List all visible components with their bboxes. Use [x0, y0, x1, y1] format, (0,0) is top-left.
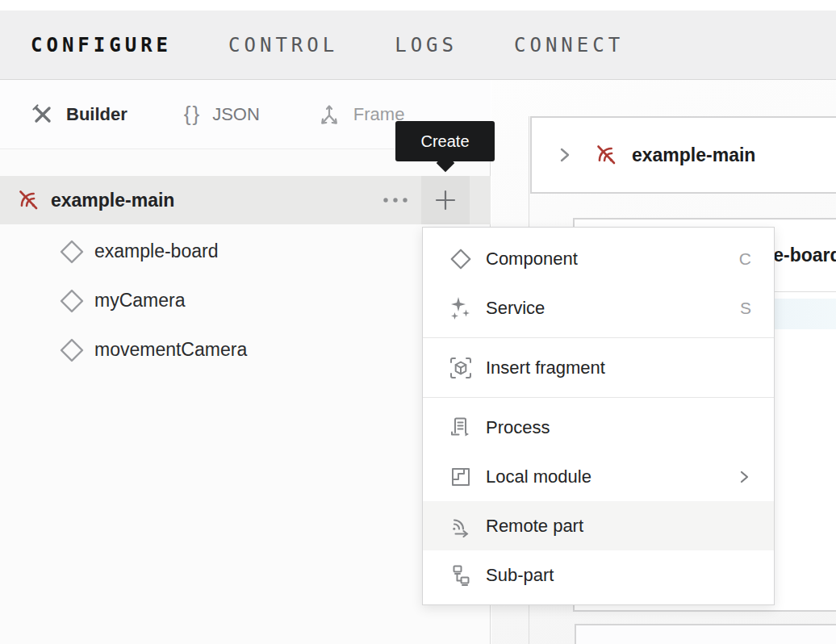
machine-offline-icon	[16, 188, 40, 212]
module-icon	[449, 465, 473, 489]
mode-frame[interactable]: Frame	[316, 102, 405, 128]
menu-item-label: Process	[486, 417, 550, 438]
process-icon	[449, 416, 473, 440]
menu-item-local-module[interactable]: Local module	[423, 452, 774, 501]
braces-icon: {}	[184, 102, 201, 127]
menu-item-label: Component	[486, 249, 578, 270]
service-sparkles-icon	[449, 296, 473, 320]
shortcut-key: C	[739, 249, 751, 269]
subpart-icon	[449, 563, 473, 588]
create-menu: Component C Service S	[422, 227, 775, 605]
tree-row-movementcamera[interactable]: movementCamera	[0, 325, 491, 374]
shortcut-key: S	[740, 299, 751, 318]
tree-row-label: movementCamera	[94, 339, 247, 361]
mode-builder[interactable]: Builder	[31, 102, 127, 127]
menu-item-remote-part[interactable]: Remote part	[423, 501, 774, 550]
component-icon	[449, 247, 473, 271]
menu-item-label: Remote part	[486, 516, 583, 537]
mode-builder-label: Builder	[66, 104, 127, 125]
submenu-chevron-icon	[738, 469, 751, 485]
menu-item-label: Insert fragment	[486, 358, 605, 378]
menu-divider	[423, 337, 774, 338]
component-icon	[58, 337, 86, 364]
configure-page: CONFIGURE CONTROL LOGS CONNECT Builder {…	[0, 0, 836, 644]
frame-axes-icon	[316, 102, 342, 128]
mode-json-label: JSON	[212, 104, 260, 125]
tab-configure[interactable]: CONFIGURE	[31, 34, 172, 56]
menu-item-service[interactable]: Service S	[423, 283, 774, 332]
component-icon	[58, 238, 86, 266]
menu-item-label: Sub-part	[486, 565, 554, 586]
card-example-main[interactable]: example-main	[530, 116, 836, 194]
plus-icon	[433, 188, 458, 212]
menu-item-label: Local module	[486, 466, 591, 487]
menu-item-component[interactable]: Component C	[423, 234, 774, 283]
component-icon	[58, 287, 86, 315]
tooltip-label: Create	[420, 132, 469, 151]
window-top-strip	[0, 0, 836, 10]
create-tooltip: Create	[395, 121, 495, 161]
tree-row-label: example-board	[94, 240, 218, 262]
tree-row-example-board[interactable]: example-board	[0, 227, 491, 276]
tools-icon	[31, 102, 55, 127]
machine-offline-icon	[594, 143, 618, 167]
chevron-right-icon[interactable]	[557, 145, 573, 165]
tab-logs[interactable]: LOGS	[395, 34, 458, 56]
menu-item-insert-fragment[interactable]: Insert fragment	[423, 343, 774, 392]
create-button[interactable]	[421, 176, 470, 224]
menu-item-label: Service	[486, 298, 545, 319]
menu-item-sub-part[interactable]: Sub-part	[423, 550, 774, 600]
card-title: example-main	[632, 144, 755, 166]
ellipsis-icon	[382, 196, 409, 204]
mode-json[interactable]: {} JSON	[184, 102, 260, 127]
menu-divider	[423, 397, 774, 398]
remote-signal-icon	[449, 514, 473, 538]
main-navbar: CONFIGURE CONTROL LOGS CONNECT	[0, 10, 836, 80]
tree-row-label: myCamera	[94, 290, 185, 312]
menu-item-process[interactable]: Process	[423, 403, 774, 452]
tree-row-mycamera[interactable]: myCamera	[0, 276, 491, 325]
machine-menu-button[interactable]	[371, 176, 420, 224]
tab-control[interactable]: CONTROL	[228, 34, 338, 56]
tab-connect[interactable]: CONNECT	[514, 34, 624, 56]
tree-row-label: example-main	[51, 190, 174, 211]
fragment-cube-icon	[449, 356, 473, 380]
card-next-partial	[575, 624, 836, 644]
